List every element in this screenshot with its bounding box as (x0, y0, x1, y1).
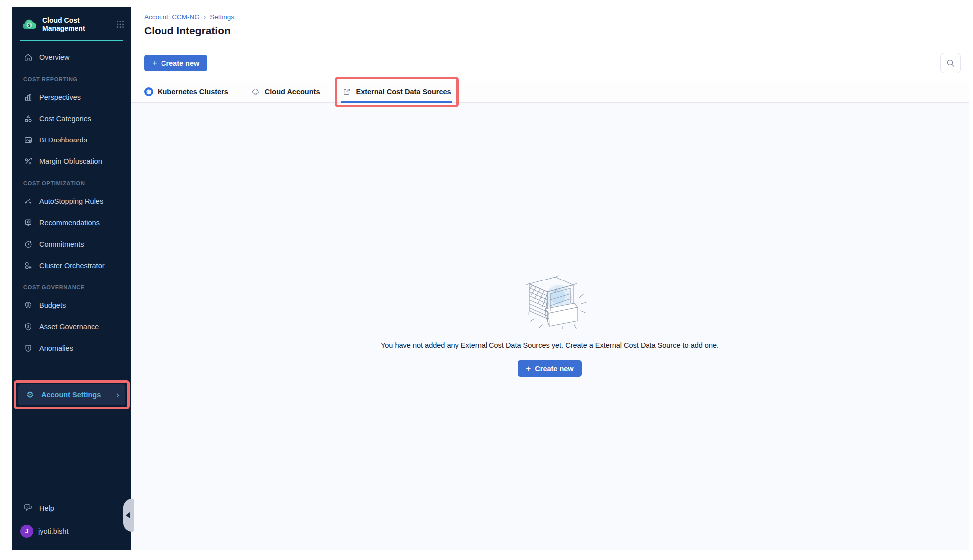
main-area: Account: CCM-NG › Settings Cloud Integra… (131, 7, 969, 550)
sidebar-item-label: AutoStopping Rules (39, 197, 103, 205)
svg-text:?: ? (26, 505, 28, 509)
section-heading-cost-governance: COST GOVERNANCE (23, 284, 131, 290)
section-heading-cost-optimization: COST OPTIMIZATION (23, 180, 131, 186)
sidebar-item-budgets[interactable]: $ Budgets (16, 296, 127, 314)
plus-icon: + (526, 364, 531, 373)
sidebar-item-recommendations[interactable]: Recommendations (16, 214, 127, 232)
help-chat-icon: ? (23, 503, 33, 513)
breadcrumb: Account: CCM-NG › Settings (144, 13, 956, 21)
sidebar: $ Cloud Cost Management Overview C (12, 7, 131, 550)
shield-dollar-icon: $ (23, 322, 33, 332)
sidebar-item-commitments[interactable]: Commitments (16, 235, 127, 253)
tab-external-cost-data-sources[interactable]: External Cost Data Sources (342, 81, 451, 102)
sidebar-nav: Overview COST REPORTING Perspectives Cos… (12, 41, 131, 361)
percent-icon (23, 157, 33, 166)
module-grid-icon[interactable] (116, 20, 124, 28)
sidebar-item-account-settings[interactable]: ⚙ Account Settings › (18, 384, 125, 405)
sidebar-item-label: BI Dashboards (39, 136, 87, 144)
sidebar-item-bi-dashboards[interactable]: BI Dashboards (16, 131, 127, 149)
empty-drawer-illustration (512, 267, 587, 329)
help-label: Help (39, 504, 54, 512)
autostopping-slope-icon (23, 197, 33, 206)
sidebar-item-cost-categories[interactable]: Cost Categories (16, 110, 127, 128)
app-window: $ Cloud Cost Management Overview C (12, 7, 969, 550)
create-new-button[interactable]: + Create new (144, 55, 207, 71)
sidebar-item-anomalies[interactable]: Anomalies (16, 339, 127, 357)
create-new-label: Create new (161, 59, 199, 67)
tab-label: Kubernetes Clusters (158, 88, 228, 96)
sidebar-bottom: ? Help J jyoti.bisht (12, 498, 131, 550)
empty-state-create-new-button[interactable]: + Create new (518, 360, 581, 377)
sidebar-item-label: Asset Governance (39, 323, 99, 331)
svg-text:$: $ (28, 23, 31, 28)
cloud-dollar-logo-icon: $ (21, 17, 37, 31)
sidebar-item-label: Recommendations (39, 219, 100, 227)
sidebar-item-label: Cost Categories (39, 115, 91, 123)
collapse-left-icon (126, 512, 130, 518)
clock-refresh-icon (23, 240, 33, 249)
breadcrumb-account-link[interactable]: Account: CCM-NG (144, 13, 200, 21)
create-new-label: Create new (535, 365, 573, 373)
sidebar-item-cluster-orchestrator[interactable]: Cluster Orchestrator (16, 257, 127, 275)
dashboard-image-icon (23, 136, 33, 145)
tab-label: Cloud Accounts (265, 88, 320, 96)
gear-icon: ⚙ (25, 390, 35, 400)
sidebar-item-label: Margin Obfuscation (39, 157, 102, 165)
plus-icon: + (152, 59, 157, 67)
shield-alert-icon (23, 344, 33, 353)
page-title: Cloud Integration (144, 25, 956, 37)
content-area: You have not added any External Cost Dat… (131, 103, 969, 550)
page-header: Account: CCM-NG › Settings Cloud Integra… (131, 7, 969, 45)
cluster-gear-icon (23, 261, 33, 271)
user-menu[interactable]: J jyoti.bisht (12, 518, 131, 540)
sidebar-item-asset-governance[interactable]: $ Asset Governance (16, 318, 127, 336)
help-button[interactable]: ? Help (12, 498, 131, 518)
sidebar-item-margin-obfuscation[interactable]: Margin Obfuscation (16, 152, 127, 170)
tab-cloud-accounts[interactable]: Cloud Accounts (251, 81, 320, 102)
cloud-icon (251, 87, 260, 96)
account-settings-label: Account Settings (41, 391, 116, 399)
sidebar-item-label: Perspectives (39, 93, 81, 101)
chevron-right-icon: › (116, 390, 119, 399)
external-link-icon (342, 87, 351, 96)
home-icon (23, 53, 33, 62)
divider (12, 379, 131, 379)
search-icon (946, 59, 955, 68)
sidebar-item-label: Anomalies (39, 344, 73, 352)
bar-chart-icon (23, 93, 33, 102)
search-button[interactable] (940, 53, 961, 73)
tab-bar: ☸ Kubernetes Clusters Cloud Accounts Ext… (131, 81, 969, 103)
sidebar-item-label: Commitments (39, 240, 84, 248)
svg-text:$: $ (27, 303, 29, 306)
recommendation-badge-icon (23, 218, 33, 228)
tab-label: External Cost Data Sources (356, 88, 451, 96)
app-title: Cloud Cost Management (42, 16, 116, 32)
sidebar-item-perspectives[interactable]: Perspectives (16, 88, 127, 106)
toolbar: + Create new (131, 45, 969, 81)
sidebar-item-autostopping-rules[interactable]: AutoStopping Rules (16, 192, 127, 210)
sidebar-item-label: Budgets (39, 301, 66, 309)
sidebar-item-label: Cluster Orchestrator (39, 262, 105, 270)
section-heading-cost-reporting: COST REPORTING (23, 76, 131, 82)
sidebar-item-label: Overview (39, 53, 69, 61)
kubernetes-icon: ☸ (144, 87, 153, 96)
sidebar-collapse-handle[interactable] (123, 499, 134, 532)
logo-row: $ Cloud Cost Management (12, 7, 131, 38)
svg-text:$: $ (27, 324, 29, 329)
shapes-icon (23, 114, 33, 124)
tab-kubernetes-clusters[interactable]: ☸ Kubernetes Clusters (144, 81, 228, 102)
user-name: jyoti.bisht (38, 527, 68, 535)
sidebar-item-overview[interactable]: Overview (16, 48, 127, 66)
avatar: J (20, 525, 33, 538)
breadcrumb-separator-icon: › (204, 13, 206, 21)
empty-state-message: You have not added any External Cost Dat… (381, 341, 719, 349)
breadcrumb-settings-link[interactable]: Settings (210, 13, 234, 21)
piggy-bank-icon: $ (23, 301, 33, 310)
